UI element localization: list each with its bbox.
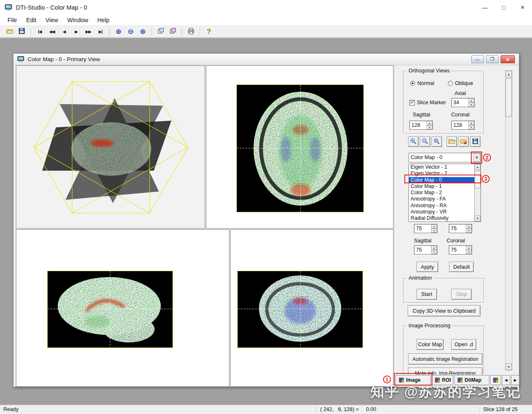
status-divider: [316, 406, 316, 413]
menu-item-view[interactable]: View: [41, 17, 63, 23]
close-button[interactable]: ×: [513, 0, 532, 15]
spinner-down-icon[interactable]: [431, 250, 437, 254]
sagittal-color-map[interactable]: [48, 271, 172, 347]
list-item[interactable]: Color Map - 2: [409, 190, 481, 196]
open-d-button[interactable]: Open .d: [451, 339, 476, 350]
spinner-up-icon[interactable]: [468, 121, 474, 125]
copy-view-button[interactable]: [155, 27, 166, 37]
child-minimize-button[interactable]: —: [471, 55, 484, 63]
spinner-down-icon[interactable]: [468, 103, 474, 107]
annotation-step-3: 3: [482, 175, 490, 183]
duplicate-view-icon: [170, 28, 176, 36]
zoom-out-button[interactable]: ⊖: [125, 27, 136, 37]
spinner-up-icon[interactable]: [466, 246, 472, 250]
orthogonal-3d-wireframe[interactable]: [16, 66, 205, 228]
start-button[interactable]: Start: [416, 289, 437, 300]
axial-color-map[interactable]: [237, 85, 363, 212]
color-map-button[interactable]: Color Map: [416, 339, 444, 350]
coronal-zoom-spinner[interactable]: 75: [449, 245, 472, 255]
scrollbar-thumb[interactable]: [506, 78, 512, 117]
nav-next-button[interactable]: ▶: [71, 27, 82, 37]
spinner-down-icon[interactable]: [466, 229, 472, 233]
panel-zoom-region-button[interactable]: [432, 136, 442, 147]
open-button[interactable]: [4, 27, 15, 37]
zoom-region-button[interactable]: ⊗: [137, 27, 148, 37]
panel-open-button[interactable]: [447, 136, 457, 147]
viewport-axial[interactable]: [206, 65, 393, 229]
sagittal-zoom-spinner[interactable]: 75: [414, 245, 437, 255]
normal-radio[interactable]: Normal: [410, 80, 434, 86]
duplicate-view-button[interactable]: [167, 27, 178, 37]
axial-zoom-spinner[interactable]: 75: [414, 224, 437, 233]
viewport-3d[interactable]: [16, 65, 205, 229]
spinner-down-icon[interactable]: [466, 250, 472, 254]
list-item[interactable]: Radial Diffusivity: [409, 215, 481, 221]
coronal-image[interactable]: [237, 271, 363, 348]
maximize-button[interactable]: □: [494, 0, 513, 15]
axial-zoom-spinner-2[interactable]: 75: [449, 224, 472, 233]
menu-item-help[interactable]: Help: [93, 17, 114, 23]
axial-slice-spinner[interactable]: 34: [451, 98, 475, 107]
scroll-up-icon[interactable]: [475, 164, 481, 170]
help-button[interactable]: ?: [203, 27, 214, 37]
nav-prev-fast-button[interactable]: ◀◀: [46, 27, 57, 37]
child-restore-button[interactable]: ❐: [486, 55, 499, 63]
slice-marker-checkbox[interactable]: Slice Marker: [409, 100, 446, 105]
list-item[interactable]: Color Map - 1: [409, 183, 481, 190]
list-item[interactable]: Anisotropy - FA: [409, 196, 481, 202]
panel-zoom-out-button[interactable]: [420, 136, 430, 147]
viewport-coronal[interactable]: [230, 229, 393, 387]
animation-label: Animation: [407, 275, 434, 281]
spinner-up-icon[interactable]: [431, 246, 437, 250]
panel-open-overlay-button[interactable]: [458, 136, 469, 147]
spinner-up-icon[interactable]: [427, 121, 432, 125]
coronal-color-map[interactable]: [238, 271, 362, 347]
zoom-in-button[interactable]: ⊕: [113, 27, 124, 37]
spinner-down-icon[interactable]: [468, 125, 474, 129]
list-item[interactable]: Eigen Vector - 1: [409, 164, 481, 170]
panel-save-button[interactable]: [470, 136, 481, 147]
menu-item-file[interactable]: File: [3, 17, 22, 23]
list-scrollbar[interactable]: [474, 164, 481, 221]
spinner-up-icon[interactable]: [466, 224, 472, 229]
spinner-down-icon[interactable]: [427, 125, 432, 129]
sagittal-slice-spinner[interactable]: 128: [409, 121, 433, 130]
scroll-down-icon[interactable]: [475, 216, 481, 221]
print-button[interactable]: [185, 27, 196, 37]
child-titlebar[interactable]: Color Map - 0 - Primary View — ❐ ×: [13, 54, 519, 65]
image-select-list[interactable]: Eigen Vector - 1 Eigen Vector - 2 Color …: [409, 164, 481, 222]
menu-item-edit[interactable]: Edit: [22, 17, 41, 23]
nav-first-button[interactable]: |◀: [34, 27, 45, 37]
panel-zoom-in-button[interactable]: [408, 136, 419, 147]
spinner-down-icon[interactable]: [431, 229, 437, 233]
stop-button[interactable]: Stop: [451, 289, 472, 300]
spinner-up-icon[interactable]: [468, 98, 474, 103]
coronal-slice-spinner[interactable]: 128: [451, 121, 475, 130]
child-close-button[interactable]: ×: [501, 55, 515, 63]
default-button[interactable]: Default: [449, 262, 474, 272]
save-button[interactable]: [16, 27, 27, 37]
copy-3d-view-button[interactable]: Copy 3D-View to Clipboard: [408, 305, 481, 316]
scroll-down-icon[interactable]: [506, 363, 512, 370]
spinner-up-icon[interactable]: [431, 224, 437, 229]
sagittal-image[interactable]: [47, 271, 173, 348]
annotation-box-combo-arrow: [471, 152, 482, 164]
list-item[interactable]: Anisotropy - VR: [409, 209, 481, 215]
nav-next-fast-button[interactable]: ▶▶: [83, 27, 94, 37]
panel-scrollbar[interactable]: [505, 70, 512, 370]
minimize-button[interactable]: —: [475, 0, 494, 15]
viewport-sagittal[interactable]: [16, 229, 229, 387]
nav-prev-button[interactable]: ◀: [59, 27, 69, 37]
window-title: DTI-Studio - Color Map - 0: [16, 4, 87, 11]
scroll-up-icon[interactable]: [506, 71, 512, 77]
menu-item-window[interactable]: Window: [63, 17, 93, 23]
nav-last-button[interactable]: ▶|: [95, 27, 106, 37]
image-select-combo[interactable]: Color Map - 0: [409, 153, 481, 162]
list-item[interactable]: Anisotropy - RA: [409, 203, 481, 209]
apply-button[interactable]: Apply: [416, 262, 438, 272]
image-processing-group: Image Processing Color Map Open .d Autom…: [403, 326, 484, 375]
orthogonal-views-label: Orthogonal Views: [407, 68, 451, 74]
oblique-radio[interactable]: Oblique: [448, 80, 473, 86]
automatic-image-registration-button[interactable]: Automatic Image Registration: [408, 353, 483, 365]
axial-image[interactable]: [236, 85, 364, 212]
